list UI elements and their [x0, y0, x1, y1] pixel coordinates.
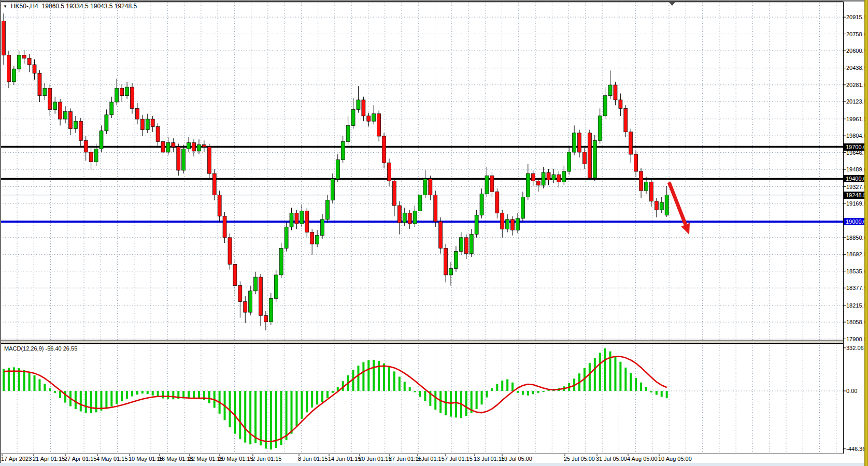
- panel-splitter[interactable]: [0, 341, 843, 343]
- bull-candle: [480, 194, 483, 215]
- bull-candle: [562, 171, 566, 182]
- macd-histogram-bar: [383, 363, 385, 391]
- macd-histogram-bar: [522, 391, 524, 395]
- bear-candle: [84, 140, 88, 152]
- bull-candle: [321, 220, 324, 236]
- macd-histogram-bar: [543, 391, 545, 392]
- bear-candle: [310, 232, 314, 244]
- bear-candle: [536, 181, 540, 185]
- bull-candle: [336, 159, 339, 179]
- macd-histogram-bar: [352, 370, 354, 391]
- bear-candle: [639, 171, 643, 191]
- bull-candle: [43, 88, 47, 95]
- bear-candle: [218, 195, 221, 216]
- macd-histogram-bar: [234, 391, 236, 434]
- time-axis-label: 8 Jun 01:15: [298, 456, 328, 462]
- bear-candle: [156, 126, 160, 141]
- macd-histogram-bar: [656, 391, 658, 395]
- bull-candle: [608, 85, 612, 96]
- macd-histogram-bar: [188, 391, 190, 398]
- macd-histogram-bar: [321, 391, 323, 402]
- bear-candle: [59, 102, 62, 119]
- macd-histogram-bar: [332, 391, 334, 393]
- macd-histogram-bar: [265, 391, 267, 448]
- bull-candle: [99, 131, 103, 149]
- bull-candle: [197, 145, 201, 151]
- macd-axis-label: -446.36: [846, 446, 865, 452]
- bear-candle: [212, 173, 216, 195]
- bull-candle: [469, 235, 473, 254]
- macd-histogram-bar: [34, 375, 36, 391]
- macd-histogram-bar: [75, 391, 77, 409]
- bull-candle: [593, 140, 596, 178]
- time-axis-label: 19 Jul 05:00: [501, 456, 532, 462]
- bear-candle: [305, 211, 309, 232]
- time-axis-label: 3 Jul 01:15: [417, 456, 445, 462]
- time-axis-label: 4 Aug 05:00: [627, 456, 658, 462]
- macd-histogram-bar: [527, 391, 529, 396]
- bear-candle: [397, 206, 401, 223]
- macd-histogram-bar: [439, 391, 442, 413]
- bull-candle: [665, 195, 668, 215]
- macd-axis-label: 332.06: [846, 345, 864, 351]
- macd-histogram-bar: [614, 356, 616, 391]
- bear-candle: [22, 55, 26, 58]
- macd-axis-label: 0.00: [846, 388, 857, 394]
- macd-histogram-bar: [85, 391, 87, 413]
- macd-histogram-bar: [64, 391, 66, 403]
- bear-candle: [588, 133, 591, 178]
- macd-histogram-bar: [3, 369, 5, 391]
- bear-candle: [619, 100, 622, 108]
- macd-histogram-bar: [126, 391, 128, 399]
- macd-histogram-bar: [95, 391, 97, 412]
- price-axis-label: 20600.5: [846, 48, 867, 54]
- bear-candle: [578, 133, 581, 152]
- sell-arrow[interactable]: [669, 182, 690, 235]
- bull-candle: [331, 179, 334, 200]
- price-axis-label: 18535.0: [846, 268, 867, 274]
- price-axis-label: 18058.0: [846, 319, 867, 325]
- bear-candle: [501, 213, 504, 229]
- bear-candle: [68, 112, 72, 129]
- bear-candle: [408, 213, 411, 224]
- time-axis-label: 27 Apr 01:15: [64, 456, 96, 462]
- bull-candle: [182, 149, 186, 170]
- macd-histogram-bar: [152, 391, 154, 396]
- macd-histogram-bar: [116, 391, 118, 404]
- price-axis-label: 18850.0: [846, 235, 867, 241]
- chart-canvas[interactable]: [0, 0, 868, 466]
- bull-candle: [115, 88, 119, 102]
- macd-histogram-bar: [136, 391, 138, 395]
- macd-histogram-bar: [54, 391, 56, 393]
- bear-candle: [392, 181, 396, 206]
- symbol-dropdown-icon[interactable]: ▼: [3, 4, 7, 9]
- macd-signal-line: [4, 356, 667, 441]
- macd-histogram-bar: [491, 388, 493, 391]
- time-axis-label: 25 Jul 05:00: [564, 456, 595, 462]
- bull-candle: [300, 211, 304, 224]
- macd-histogram-bar: [517, 391, 519, 393]
- macd-histogram-bar: [378, 361, 380, 391]
- macd-histogram-bar: [23, 370, 25, 391]
- chart-ohlc-values: 19060.5 19334.5 19043.5 19248.5: [42, 3, 137, 10]
- bear-candle: [120, 88, 124, 95]
- macd-histogram-bar: [80, 391, 82, 412]
- macd-histogram-bar: [373, 360, 375, 391]
- bear-candle: [495, 192, 499, 213]
- time-axis-label: 31 Jul 05:00: [596, 456, 627, 462]
- bear-candle: [624, 108, 628, 132]
- bull-candle: [12, 69, 16, 82]
- macd-histogram-bar: [311, 391, 313, 407]
- macd-histogram-bar: [260, 391, 262, 445]
- bull-candle: [475, 215, 478, 235]
- macd-histogram-bar: [409, 387, 411, 391]
- bull-candle: [603, 96, 607, 116]
- bear-candle: [244, 301, 247, 312]
- macd-histogram-bar: [301, 391, 303, 419]
- bear-candle: [233, 264, 237, 285]
- chart-shift-marker-icon[interactable]: [669, 2, 675, 6]
- macd-histogram-bar: [388, 367, 390, 391]
- bull-candle: [598, 116, 602, 140]
- macd-histogram-bar: [455, 391, 457, 417]
- macd-histogram-bar: [193, 391, 195, 398]
